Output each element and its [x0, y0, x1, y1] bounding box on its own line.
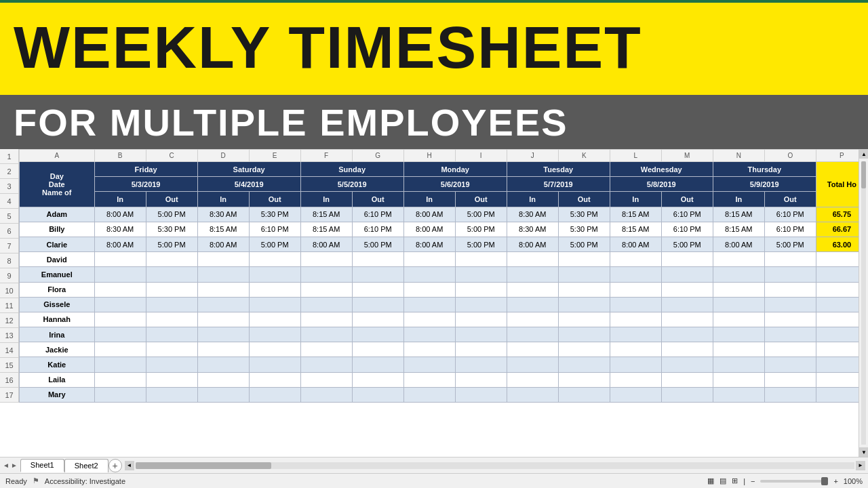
time-out-cell[interactable]: 5:00 PM [764, 237, 816, 252]
time-in-cell[interactable] [713, 312, 764, 327]
time-in-cell[interactable] [403, 387, 455, 402]
time-out-cell[interactable] [249, 357, 300, 372]
time-in-cell[interactable] [300, 357, 352, 372]
sheet1-tab[interactable]: Sheet1 [20, 459, 64, 472]
time-in-cell[interactable] [507, 267, 558, 282]
time-out-cell[interactable] [352, 252, 403, 267]
time-out-cell[interactable] [558, 312, 610, 327]
time-out-cell[interactable] [146, 267, 197, 282]
add-sheet-button[interactable]: + [108, 459, 122, 472]
time-out-cell[interactable] [146, 312, 197, 327]
time-in-cell[interactable] [403, 342, 455, 357]
time-out-cell[interactable] [558, 327, 610, 342]
time-in-cell[interactable] [610, 372, 661, 387]
time-in-cell[interactable]: 8:00 AM [403, 207, 455, 222]
time-in-cell[interactable] [507, 282, 558, 297]
time-in-cell[interactable] [403, 312, 455, 327]
time-in-cell[interactable] [403, 327, 455, 342]
nav-right-arrow[interactable]: ► [11, 462, 18, 469]
time-in-cell[interactable] [610, 342, 661, 357]
time-in-cell[interactable]: 8:15 AM [300, 222, 352, 237]
time-in-cell[interactable] [300, 267, 352, 282]
time-in-cell[interactable]: 8:30 AM [94, 222, 146, 237]
time-in-cell[interactable] [197, 312, 249, 327]
time-out-cell[interactable]: 5:00 PM [661, 237, 713, 252]
time-in-cell[interactable] [507, 252, 558, 267]
time-in-cell[interactable] [713, 327, 764, 342]
time-out-cell[interactable] [661, 357, 713, 372]
time-in-cell[interactable] [300, 327, 352, 342]
time-out-cell[interactable] [249, 267, 300, 282]
time-in-cell[interactable] [300, 297, 352, 312]
time-in-cell[interactable] [507, 342, 558, 357]
time-in-cell[interactable] [507, 357, 558, 372]
time-out-cell[interactable] [249, 327, 300, 342]
time-in-cell[interactable]: 8:00 AM [713, 237, 764, 252]
time-out-cell[interactable]: 6:10 PM [249, 222, 300, 237]
time-out-cell[interactable] [661, 267, 713, 282]
time-out-cell[interactable] [764, 327, 816, 342]
time-out-cell[interactable]: 6:10 PM [352, 207, 403, 222]
time-out-cell[interactable] [558, 252, 610, 267]
time-out-cell[interactable]: 6:10 PM [764, 207, 816, 222]
time-in-cell[interactable] [507, 327, 558, 342]
time-out-cell[interactable] [146, 282, 197, 297]
time-out-cell[interactable]: 6:10 PM [661, 207, 713, 222]
time-out-cell[interactable] [661, 372, 713, 387]
time-in-cell[interactable] [713, 387, 764, 402]
time-out-cell[interactable] [558, 342, 610, 357]
time-in-cell[interactable] [507, 297, 558, 312]
time-out-cell[interactable] [455, 252, 507, 267]
time-in-cell[interactable] [610, 327, 661, 342]
time-out-cell[interactable] [558, 267, 610, 282]
time-out-cell[interactable] [661, 342, 713, 357]
time-in-cell[interactable] [713, 252, 764, 267]
time-in-cell[interactable] [610, 297, 661, 312]
time-out-cell[interactable]: 5:00 PM [352, 237, 403, 252]
time-out-cell[interactable] [352, 297, 403, 312]
time-out-cell[interactable] [352, 387, 403, 402]
time-in-cell[interactable] [300, 282, 352, 297]
time-in-cell[interactable] [713, 282, 764, 297]
time-in-cell[interactable] [507, 312, 558, 327]
time-out-cell[interactable]: 5:00 PM [455, 237, 507, 252]
time-in-cell[interactable] [197, 252, 249, 267]
view-layout-icon[interactable]: ▤ [719, 476, 726, 485]
time-out-cell[interactable] [661, 252, 713, 267]
nav-left-arrow[interactable]: ◄ [3, 462, 9, 469]
time-out-cell[interactable]: 5:00 PM [455, 207, 507, 222]
time-out-cell[interactable] [764, 312, 816, 327]
time-out-cell[interactable] [352, 372, 403, 387]
time-in-cell[interactable] [197, 342, 249, 357]
view-page-icon[interactable]: ⊞ [732, 476, 738, 485]
time-in-cell[interactable] [610, 387, 661, 402]
time-in-cell[interactable] [403, 267, 455, 282]
time-in-cell[interactable] [713, 372, 764, 387]
time-in-cell[interactable] [403, 372, 455, 387]
time-in-cell[interactable] [300, 342, 352, 357]
time-in-cell[interactable] [713, 357, 764, 372]
time-in-cell[interactable] [300, 387, 352, 402]
time-in-cell[interactable] [300, 372, 352, 387]
time-out-cell[interactable]: 5:30 PM [249, 207, 300, 222]
time-in-cell[interactable] [94, 327, 146, 342]
time-out-cell[interactable] [764, 342, 816, 357]
h-scroll-thumb[interactable] [136, 462, 271, 469]
time-out-cell[interactable] [352, 327, 403, 342]
time-in-cell[interactable] [610, 312, 661, 327]
time-in-cell[interactable] [403, 252, 455, 267]
h-scroll-left-btn[interactable]: ◄ [125, 461, 134, 470]
time-out-cell[interactable] [146, 342, 197, 357]
time-out-cell[interactable]: 5:30 PM [558, 207, 610, 222]
time-in-cell[interactable] [94, 357, 146, 372]
time-out-cell[interactable]: 5:00 PM [455, 222, 507, 237]
time-out-cell[interactable] [764, 282, 816, 297]
time-in-cell[interactable] [94, 387, 146, 402]
time-in-cell[interactable] [94, 252, 146, 267]
time-in-cell[interactable] [300, 312, 352, 327]
time-in-cell[interactable] [713, 342, 764, 357]
time-in-cell[interactable]: 8:30 AM [507, 222, 558, 237]
time-out-cell[interactable] [661, 282, 713, 297]
time-out-cell[interactable] [352, 357, 403, 372]
time-out-cell[interactable] [764, 267, 816, 282]
